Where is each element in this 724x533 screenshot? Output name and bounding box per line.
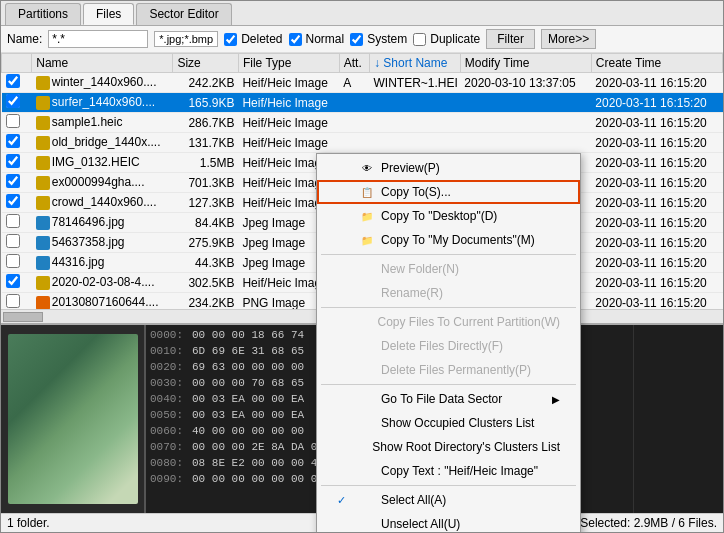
file-type-dropdown[interactable]: *.jpg;*.bmp xyxy=(154,31,218,47)
menu-icon xyxy=(359,492,375,508)
row-create: 2020-03-11 16:15:20 xyxy=(591,213,722,233)
normal-checkbox[interactable] xyxy=(289,33,302,46)
row-checkbox[interactable] xyxy=(6,134,20,148)
row-checkbox[interactable] xyxy=(6,154,20,168)
menu-label: Select All(A) xyxy=(381,493,446,507)
row-checkbox-cell xyxy=(2,293,32,310)
menu-item-copy_to[interactable]: 📋 Copy To(S)... xyxy=(317,180,580,204)
row-type: Heif/Heic Image xyxy=(238,93,339,113)
status-right: Selected: 2.9MB / 6 Files. xyxy=(580,516,717,530)
row-checkbox[interactable] xyxy=(6,74,20,88)
row-checkbox[interactable] xyxy=(6,274,20,288)
row-size: 131.7KB xyxy=(173,133,239,153)
menu-icon xyxy=(359,516,375,532)
menu-label: Copy To(S)... xyxy=(381,185,451,199)
row-size: 275.9KB xyxy=(173,233,239,253)
row-create: 2020-03-11 16:15:20 xyxy=(591,93,722,113)
name-label: Name: xyxy=(7,32,42,46)
filter-button[interactable]: Filter xyxy=(486,29,535,49)
row-type: Heif/Heic Image xyxy=(238,113,339,133)
text-pane xyxy=(633,325,723,513)
row-checkbox-cell xyxy=(2,253,32,273)
row-checkbox[interactable] xyxy=(6,194,20,208)
name-input[interactable] xyxy=(48,30,148,48)
system-label: System xyxy=(367,32,407,46)
row-create: 2020-03-11 16:15:20 xyxy=(591,173,722,193)
menu-item-copy_desktop[interactable]: 📁 Copy To "Desktop"(D) xyxy=(317,204,580,228)
row-short: WINTER~1.HEI xyxy=(370,73,461,93)
col-header-short[interactable]: ↓ Short Name xyxy=(370,54,461,73)
row-checkbox[interactable] xyxy=(6,294,20,308)
row-create: 2020-03-11 16:15:20 xyxy=(591,113,722,133)
row-checkbox[interactable] xyxy=(6,214,20,228)
menu-label: Delete Files Directly(F) xyxy=(381,339,503,353)
table-row[interactable]: sample1.heic 286.7KB Heif/Heic Image 202… xyxy=(2,113,723,133)
system-checkbox[interactable] xyxy=(350,33,363,46)
row-create: 2020-03-11 16:15:20 xyxy=(591,73,722,93)
menu-item-select_all[interactable]: ✓ Select All(A) xyxy=(317,488,580,512)
menu-item-copy_text[interactable]: Copy Text : "Heif/Heic Image" xyxy=(317,459,580,483)
menu-icon xyxy=(359,261,375,277)
preview-pane xyxy=(1,325,146,513)
row-type: Heif/Heic Image xyxy=(238,133,339,153)
col-header-size[interactable]: Size xyxy=(173,54,239,73)
col-header-create[interactable]: Create Time xyxy=(591,54,722,73)
menu-item-rename: Rename(R) xyxy=(317,281,580,305)
file-icon xyxy=(36,156,50,170)
duplicate-label: Duplicate xyxy=(430,32,480,46)
file-icon xyxy=(36,196,50,210)
col-header-type[interactable]: File Type xyxy=(238,54,339,73)
menu-label: Go To File Data Sector xyxy=(381,392,502,406)
menu-item-copy_docs[interactable]: 📁 Copy To "My Documents"(M) xyxy=(317,228,580,252)
row-size: 127.3KB xyxy=(173,193,239,213)
menu-separator xyxy=(321,485,576,486)
deleted-checkbox[interactable] xyxy=(224,33,237,46)
tab-partitions[interactable]: Partitions xyxy=(5,3,81,25)
row-name: ex0000994gha.... xyxy=(32,173,173,193)
row-att xyxy=(339,113,369,133)
row-checkbox[interactable] xyxy=(6,254,20,268)
row-name: 20130807160644.... xyxy=(32,293,173,310)
row-name: 44316.jpg xyxy=(32,253,173,273)
col-header-modify[interactable]: Modify Time xyxy=(460,54,591,73)
more-button[interactable]: More>> xyxy=(541,29,596,49)
duplicate-checkbox[interactable] xyxy=(413,33,426,46)
col-header-check xyxy=(2,54,32,73)
main-area: Name Size File Type Att. ↓ Short Name Mo… xyxy=(1,53,723,532)
row-checkbox-cell xyxy=(2,233,32,253)
menu-item-goto_sector[interactable]: Go To File Data Sector ▶ xyxy=(317,387,580,411)
menu-item-new_folder: New Folder(N) xyxy=(317,257,580,281)
tab-files[interactable]: Files xyxy=(83,3,134,25)
hex-offset: 0080: xyxy=(150,455,188,471)
tab-sector-editor[interactable]: Sector Editor xyxy=(136,3,231,25)
menu-separator xyxy=(321,254,576,255)
menu-item-unselect_all[interactable]: Unselect All(U) xyxy=(317,512,580,532)
menu-item-show_root[interactable]: Show Root Directory's Clusters List xyxy=(317,435,580,459)
hex-offset: 0060: xyxy=(150,423,188,439)
row-checkbox[interactable] xyxy=(6,94,20,108)
row-name: 2020-02-03-08-4.... xyxy=(32,273,173,293)
menu-icon xyxy=(359,285,375,301)
row-checkbox-cell xyxy=(2,193,32,213)
menu-label: Copy To "Desktop"(D) xyxy=(381,209,497,223)
menu-label: Rename(R) xyxy=(381,286,443,300)
menu-icon xyxy=(359,391,375,407)
row-size: 701.3KB xyxy=(173,173,239,193)
row-modify: 2020-03-10 13:37:05 xyxy=(460,73,591,93)
table-row[interactable]: winter_1440x960.... 242.2KB Heif/Heic Im… xyxy=(2,73,723,93)
menu-item-preview[interactable]: 👁 Preview(P) xyxy=(317,156,580,180)
table-row[interactable]: surfer_1440x960.... 165.9KB Heif/Heic Im… xyxy=(2,93,723,113)
menu-item-delete_direct: Delete Files Directly(F) xyxy=(317,334,580,358)
row-checkbox[interactable] xyxy=(6,114,20,128)
row-create: 2020-03-11 16:15:20 xyxy=(591,153,722,173)
menu-icon xyxy=(357,314,371,330)
hex-offset: 0090: xyxy=(150,471,188,487)
row-checkbox[interactable] xyxy=(6,234,20,248)
row-name: winter_1440x960.... xyxy=(32,73,173,93)
row-att: A xyxy=(339,73,369,93)
col-header-name[interactable]: Name xyxy=(32,54,173,73)
row-checkbox[interactable] xyxy=(6,174,20,188)
col-header-att[interactable]: Att. xyxy=(339,54,369,73)
table-row[interactable]: old_bridge_1440x.... 131.7KB Heif/Heic I… xyxy=(2,133,723,153)
menu-item-show_occupied[interactable]: Show Occupied Clusters List xyxy=(317,411,580,435)
